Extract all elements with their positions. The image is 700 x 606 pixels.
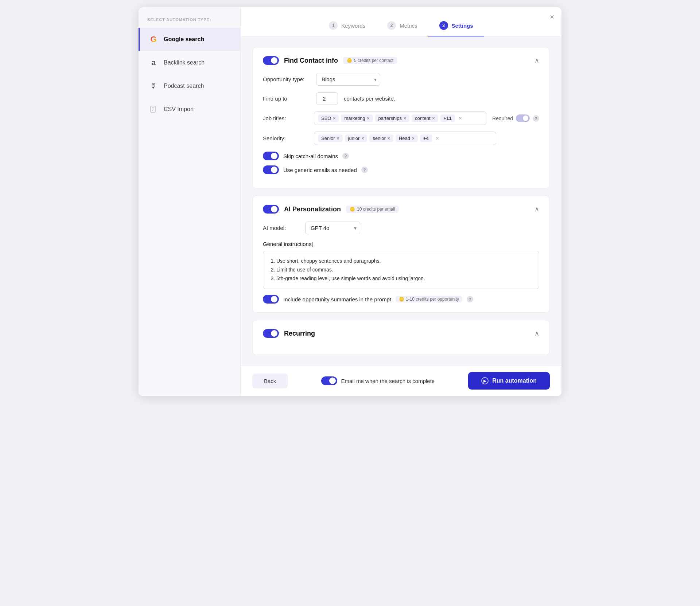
skip-catch-all-label: Skip catch-all domains (283, 153, 338, 159)
include-summaries-row: Include opportunity summaries in the pro… (263, 295, 539, 304)
sidebar-item-label: Backlink search (164, 59, 205, 66)
seniority-more[interactable]: +4 (420, 134, 432, 142)
main-body: Find Contact info 🪙 5 credits per contac… (241, 37, 561, 365)
coin-icon-sm: 🪙 (399, 297, 404, 302)
main-content: 1 Keywords 2 Metrics 3 Settings × (241, 7, 561, 396)
include-summaries-help[interactable]: ? (467, 296, 473, 302)
ai-personalization-card: AI Personalization 🪙 10 credits per emai… (252, 196, 550, 313)
csv-icon (148, 104, 159, 114)
find-contact-collapse[interactable]: ∧ (534, 56, 539, 64)
recurring-title-row: Recurring (263, 329, 315, 338)
step-keywords[interactable]: 1 Keywords (318, 15, 376, 36)
ai-collapse[interactable]: ∧ (534, 205, 539, 213)
google-icon: G (148, 34, 159, 44)
instruction-1: Use short, choppy sentences and paragrap… (276, 257, 532, 266)
card-title-row: Find Contact info 🪙 5 credits per contac… (263, 56, 397, 65)
run-automation-button[interactable]: ▶ Run automation (468, 372, 550, 390)
use-generic-row: Use generic emails as needed ? (263, 165, 539, 174)
find-contact-card: Find Contact info 🪙 5 credits per contac… (252, 47, 550, 188)
sidebar-item-podcast[interactable]: 🎙 Podcast search (139, 74, 240, 98)
ai-title: AI Personalization (284, 206, 341, 213)
include-summaries-toggle[interactable] (263, 295, 279, 304)
email-notify: Email me when the search is complete (321, 376, 435, 385)
sidebar: SELECT AUTOMATION TYPE: G Google search … (139, 7, 241, 396)
required-toggle[interactable] (516, 114, 530, 122)
tag-content-remove[interactable]: × (432, 116, 435, 121)
tag-junior: junior × (345, 134, 368, 142)
tag-senior: Senior × (318, 134, 343, 142)
ai-toggle[interactable] (263, 205, 279, 214)
seniority-clear[interactable]: × (436, 135, 439, 142)
tag-partnerships-remove[interactable]: × (404, 116, 406, 121)
header: 1 Keywords 2 Metrics 3 Settings × (241, 7, 561, 37)
seniority-row: Seniority: Senior × junior × senior × (263, 132, 539, 145)
backlink-icon: a (148, 58, 159, 68)
step-num-3: 3 (439, 21, 448, 30)
find-up-to-suffix: contacts per website. (344, 95, 395, 102)
coin-icon: 🪙 (347, 58, 352, 63)
find-contact-toggle[interactable] (263, 56, 279, 65)
back-button[interactable]: Back (252, 374, 288, 388)
instructions-box[interactable]: Use short, choppy sentences and paragrap… (263, 251, 539, 289)
find-contact-credits: 🪙 5 credits per contact (343, 57, 397, 64)
email-notify-toggle[interactable] (321, 376, 337, 385)
tag-senior2-remove[interactable]: × (388, 136, 390, 141)
use-generic-label: Use generic emails as needed (283, 167, 357, 173)
opportunity-type-select-wrap: Blogs Websites Newsletters YouTube chann… (316, 73, 380, 86)
recurring-title: Recurring (284, 330, 315, 337)
job-titles-container[interactable]: SEO × marketing × parterships × conten (314, 112, 486, 125)
tag-junior-remove[interactable]: × (361, 136, 364, 141)
card-header-find-contact: Find Contact info 🪙 5 credits per contac… (263, 56, 539, 65)
tag-seo-remove[interactable]: × (333, 116, 335, 121)
seniority-label: Seniority: (263, 135, 310, 141)
tag-seo: SEO × (318, 114, 339, 122)
seniority-container[interactable]: Senior × junior × senior × Head (314, 132, 496, 145)
sidebar-item-google[interactable]: G Google search (139, 28, 240, 51)
required-help-icon[interactable]: ? (533, 115, 539, 122)
sidebar-item-backlink[interactable]: a Backlink search (139, 51, 240, 74)
tag-content: content × (412, 114, 438, 122)
opportunity-type-row: Opportunity type: Blogs Websites Newslet… (263, 73, 539, 86)
podcast-icon: 🎙 (148, 81, 159, 91)
email-notify-label: Email me when the search is complete (341, 378, 435, 384)
include-summaries-label: Include opportunity summaries in the pro… (283, 296, 391, 302)
tag-marketing-remove[interactable]: × (367, 116, 370, 121)
close-button[interactable]: × (550, 13, 554, 20)
ai-model-label: AI model: (263, 225, 299, 231)
opportunity-type-select[interactable]: Blogs Websites Newsletters YouTube chann… (316, 73, 380, 86)
sidebar-item-label: CSV Import (164, 106, 194, 113)
find-up-to-input[interactable] (316, 92, 338, 105)
tag-head-remove[interactable]: × (412, 136, 415, 141)
step-label-settings: Settings (452, 23, 473, 29)
svg-rect-1 (152, 107, 154, 108)
run-automation-label: Run automation (492, 378, 537, 384)
footer: Back Email me when the search is complet… (241, 365, 561, 396)
card-header-recurring: Recurring ∧ (263, 329, 539, 338)
include-summaries-badge-text: 1-10 credits per opportunity (406, 297, 459, 302)
skip-catch-all-help[interactable]: ? (342, 153, 349, 159)
play-icon: ▶ (481, 377, 489, 384)
find-up-to-row: Find up to contacts per website. (263, 92, 539, 105)
recurring-collapse[interactable]: ∧ (534, 329, 539, 337)
find-contact-title: Find Contact info (284, 57, 338, 64)
recurring-card: Recurring ∧ (252, 320, 550, 355)
required-row: Required ? (492, 114, 539, 122)
use-generic-toggle[interactable] (263, 165, 279, 174)
job-titles-more[interactable]: +11 (440, 114, 455, 122)
step-num-1: 1 (329, 21, 338, 30)
recurring-toggle[interactable] (263, 329, 279, 338)
sidebar-label: SELECT AUTOMATION TYPE: (139, 7, 240, 28)
skip-catch-all-toggle[interactable] (263, 152, 279, 160)
card-header-ai: AI Personalization 🪙 10 credits per emai… (263, 205, 539, 214)
job-titles-clear[interactable]: × (459, 115, 462, 122)
use-generic-help[interactable]: ? (361, 167, 368, 173)
tag-senior2: senior × (369, 134, 393, 142)
ai-model-select[interactable]: GPT 4o GPT 4 GPT 3.5 Turbo (305, 222, 360, 234)
job-titles-label: Job titles: (263, 115, 310, 121)
step-label-keywords: Keywords (341, 23, 365, 29)
step-metrics[interactable]: 2 Metrics (376, 15, 428, 36)
sidebar-item-csv[interactable]: CSV Import (139, 98, 240, 121)
step-settings[interactable]: 3 Settings (428, 15, 484, 36)
instruction-2: Limit the use of commas. (276, 266, 532, 274)
tag-senior-remove[interactable]: × (337, 136, 339, 141)
